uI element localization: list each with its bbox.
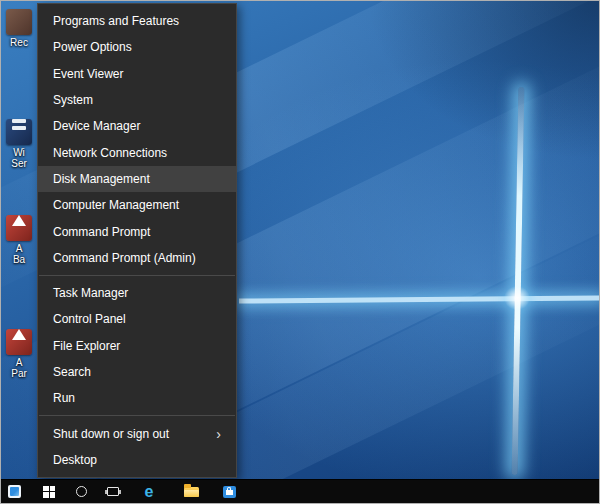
menu-item-power-options[interactable]: Power Options [38, 34, 236, 60]
winx-menu: Programs and Features Power Options Even… [37, 3, 237, 478]
desktop-icon-label: WiSer [1, 147, 37, 169]
menu-item-system[interactable]: System [38, 87, 236, 113]
menu-separator [39, 415, 235, 416]
menu-item-search[interactable]: Search [38, 359, 236, 385]
task-view-button[interactable] [101, 480, 125, 503]
desktop-icon-partition-app[interactable]: APar [1, 323, 37, 379]
app-icon [6, 215, 32, 241]
file-explorer-icon [184, 487, 199, 497]
window-logo-vertical-glow [512, 87, 525, 475]
menu-item-shut-down-or-sign-out[interactable]: Shut down or sign out › [38, 420, 236, 446]
chevron-right-icon: › [216, 427, 221, 441]
desktop-icon-backup-app[interactable]: ABa [1, 209, 37, 265]
app-icon [6, 329, 32, 355]
menu-item-computer-management[interactable]: Computer Management [38, 192, 236, 218]
menu-separator [39, 275, 235, 276]
menu-item-label: Shut down or sign out [53, 427, 169, 441]
menu-item-device-manager[interactable]: Device Manager [38, 113, 236, 139]
app-icon [6, 119, 32, 145]
menu-item-programs-and-features[interactable]: Programs and Features [38, 8, 236, 34]
menu-item-run[interactable]: Run [38, 385, 236, 411]
menu-item-network-connections[interactable]: Network Connections [38, 139, 236, 165]
recycle-bin-icon [6, 9, 32, 35]
desktop-screen: Rec WiSer ABa APar Programs and Features… [0, 0, 600, 504]
taskbar-pinned-app[interactable] [3, 480, 25, 503]
search-button[interactable] [69, 480, 93, 503]
start-button[interactable] [37, 480, 61, 503]
window-logo-glow-node [504, 286, 530, 310]
desktop-icon-win-server[interactable]: WiSer [1, 113, 37, 169]
taskbar-store[interactable] [217, 480, 241, 503]
taskbar-file-explorer[interactable] [179, 480, 203, 503]
menu-item-disk-management[interactable]: Disk Management [38, 166, 236, 192]
desktop-icon-label: Rec [1, 37, 37, 48]
desktop-icon-recycle-bin[interactable]: Rec [1, 9, 37, 48]
menu-item-desktop[interactable]: Desktop [38, 447, 236, 473]
search-icon [76, 486, 87, 497]
desktop-icon-label: APar [1, 357, 37, 379]
menu-item-task-manager[interactable]: Task Manager [38, 280, 236, 306]
menu-item-command-prompt-admin[interactable]: Command Prompt (Admin) [38, 245, 236, 271]
menu-item-file-explorer[interactable]: File Explorer [38, 333, 236, 359]
edge-icon: e [145, 484, 154, 500]
window-logo-horizontal-glow [239, 295, 600, 303]
menu-item-control-panel[interactable]: Control Panel [38, 306, 236, 332]
store-icon [223, 486, 236, 498]
task-view-icon [107, 487, 119, 496]
windows-logo-icon [43, 486, 55, 498]
menu-item-command-prompt[interactable]: Command Prompt [38, 218, 236, 244]
pinned-app-icon [8, 485, 21, 498]
desktop-icon-label: ABa [1, 243, 37, 265]
menu-item-event-viewer[interactable]: Event Viewer [38, 61, 236, 87]
taskbar-edge[interactable]: e [137, 480, 161, 503]
taskbar: e [1, 479, 599, 503]
